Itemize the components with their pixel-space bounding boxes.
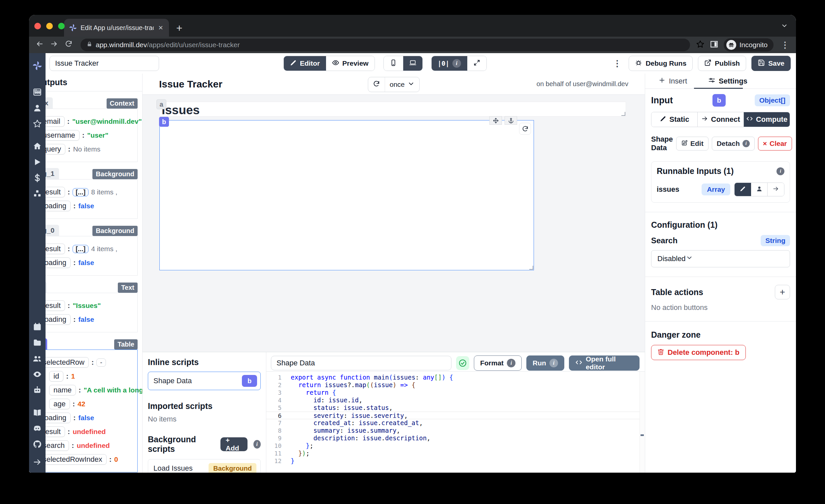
play-icon[interactable]	[33, 157, 42, 167]
code-line[interactable]: 9 description: issue.description,	[266, 434, 645, 442]
add-background-script-button[interactable]: + Add	[220, 437, 247, 451]
windmill-logo-icon[interactable]	[32, 60, 43, 72]
eye-icon[interactable]	[33, 370, 42, 379]
resize-handle[interactable]	[621, 112, 625, 116]
user-icon[interactable]	[33, 103, 42, 113]
compute-mode-button[interactable]: Compute	[744, 112, 790, 127]
desktop-view-button[interactable]	[403, 56, 423, 71]
debug-runs-button[interactable]: Debug Runs	[629, 56, 693, 71]
connect-mode-button[interactable]: Connect	[698, 112, 744, 127]
new-tab-button[interactable]: +	[176, 23, 182, 33]
run-button[interactable]: Runi	[526, 355, 564, 371]
clear-script-button[interactable]: ×Clear	[758, 137, 792, 150]
collapse-pill[interactable]: -	[96, 358, 106, 367]
app-window-icon[interactable]	[33, 87, 42, 97]
address-bar[interactable]: app.windmill.dev/apps/edit/u/user/issue-…	[80, 39, 690, 51]
script-name-input[interactable]	[271, 356, 451, 370]
output-key-pill[interactable]: name	[49, 385, 76, 395]
forward-button[interactable]	[48, 40, 60, 50]
close-window-button[interactable]	[34, 23, 41, 29]
anchor-icon[interactable]	[505, 116, 517, 125]
output-key-pill[interactable]: selectedRowIndex	[39, 454, 106, 465]
tab-search-chevron-icon[interactable]	[781, 22, 788, 31]
open-full-editor-button[interactable]: Open full editor	[569, 355, 640, 371]
bounds-toggle-button[interactable]: |0|i	[432, 56, 467, 71]
static-source-button[interactable]	[735, 183, 751, 196]
star-icon[interactable]	[33, 119, 42, 128]
user-source-button[interactable]	[751, 183, 768, 196]
code-line[interactable]: 1export async function main(issues: any[…	[266, 374, 645, 381]
output-key-pill[interactable]: age	[49, 399, 70, 409]
editor-tab[interactable]: Editor	[284, 56, 326, 71]
arrow-right-icon[interactable]	[33, 457, 42, 467]
save-button[interactable]: Save	[751, 56, 791, 71]
text-component-a[interactable]: a Issues	[159, 102, 626, 117]
dollar-icon[interactable]	[33, 173, 42, 183]
refresh-mode-dropdown[interactable]: once	[385, 77, 420, 92]
code-line[interactable]: 12}	[266, 457, 645, 465]
array-expand-pill[interactable]: [...]	[73, 245, 88, 253]
resize-handle[interactable]	[529, 266, 533, 270]
code-line[interactable]: 11 });	[266, 449, 645, 457]
inline-script-item[interactable]: Shape Datab	[148, 372, 261, 390]
code-line[interactable]: 8 summary: issue.summary,	[266, 427, 645, 434]
fullscreen-button[interactable]	[467, 56, 486, 71]
calendar-icon[interactable]	[33, 322, 42, 332]
code-editor[interactable]: 1export async function main(issues: any[…	[266, 371, 645, 473]
connect-source-button[interactable]	[768, 183, 784, 196]
detach-script-button[interactable]: Detachi	[712, 137, 755, 150]
format-button[interactable]: Formati	[474, 355, 522, 371]
move-icon[interactable]	[490, 116, 502, 125]
code-line[interactable]: 10 };	[266, 442, 645, 449]
component-a-tag[interactable]: a	[156, 99, 166, 109]
tab-insert[interactable]: Insert	[658, 77, 687, 86]
code-line[interactable]: 4 id: issue.id,	[266, 397, 645, 404]
add-table-action-button[interactable]: +	[775, 285, 790, 299]
back-button[interactable]	[34, 40, 46, 50]
app-canvas[interactable]: a Issues b	[143, 95, 645, 352]
browser-tab[interactable]: Edit App u/user/issue-tracker | ×	[64, 19, 169, 37]
colon: :	[66, 372, 68, 380]
code-line[interactable]: 3 return {	[266, 389, 645, 397]
array-expand-pill[interactable]: [...]	[73, 188, 88, 196]
code-line[interactable]: 6 severity: issue.severity,	[266, 412, 645, 419]
mobile-view-button[interactable]	[384, 56, 403, 71]
code-line[interactable]: 7 created_at: issue.created_at,	[266, 419, 645, 427]
app-menu-icon[interactable]: ⋮	[611, 58, 623, 69]
tab-settings[interactable]: Settings	[708, 77, 747, 86]
output-key-pill[interactable]: selectedRow	[39, 357, 89, 368]
static-mode-button[interactable]: Static	[652, 112, 698, 127]
browser-menu-icon[interactable]: ⋮	[779, 40, 791, 50]
home-icon[interactable]	[33, 142, 42, 151]
side-panel-icon[interactable]	[710, 40, 719, 50]
code-line[interactable]: 5 status: issue.status,	[266, 404, 645, 412]
users-icon[interactable]	[33, 354, 42, 363]
code-line[interactable]: 2 return issues?.map((issue) => {	[266, 381, 645, 389]
edit-script-button[interactable]: Edit	[676, 137, 708, 150]
github-icon[interactable]	[33, 440, 42, 449]
editor-scrollbar[interactable]	[640, 372, 645, 473]
reload-button[interactable]	[63, 40, 75, 50]
discord-icon[interactable]	[33, 424, 42, 433]
search-mode-select[interactable]: Disabled	[651, 250, 790, 267]
app-name-input[interactable]	[50, 56, 159, 71]
output-key-pill[interactable]: id	[49, 371, 63, 381]
info-icon: i	[452, 59, 461, 68]
refresh-app-button[interactable]	[368, 77, 385, 92]
maximize-window-button[interactable]	[58, 23, 65, 29]
publish-button[interactable]: Publish	[698, 56, 746, 71]
component-b-tag[interactable]: b	[159, 117, 169, 127]
background-script-item[interactable]: Load IssuesBackground	[148, 459, 261, 473]
component-refresh-button[interactable]	[519, 123, 531, 135]
minimize-window-button[interactable]	[46, 23, 53, 29]
tab-close-icon[interactable]: ×	[157, 24, 164, 32]
cubes-icon[interactable]	[33, 189, 42, 198]
bookmark-star-icon[interactable]	[696, 40, 704, 50]
output-block-body: result:[...]4 items ,loading:false	[34, 236, 138, 276]
table-component-b[interactable]: b	[159, 120, 534, 270]
book-icon[interactable]	[33, 408, 42, 417]
folder-icon[interactable]	[33, 338, 42, 347]
preview-tab[interactable]: Preview	[326, 56, 374, 71]
robot-icon[interactable]	[33, 385, 42, 395]
delete-component-button[interactable]: Delete component: b	[651, 345, 746, 360]
